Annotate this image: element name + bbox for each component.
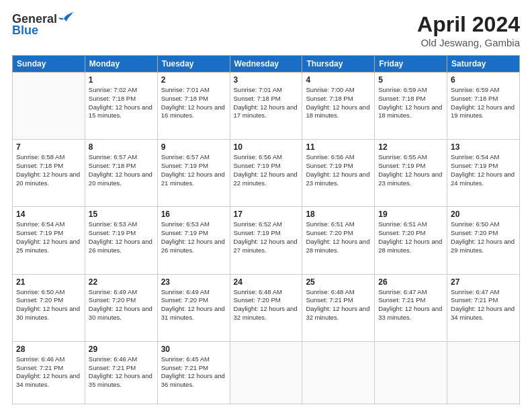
calendar-day-cell: 20Sunrise: 6:50 AMSunset: 7:20 PMDayligh… (447, 207, 520, 274)
calendar-header-row: Sunday Monday Tuesday Wednesday Thursday… (13, 56, 520, 73)
day-info: Sunrise: 6:50 AMSunset: 7:20 PMDaylight:… (451, 220, 516, 255)
day-info: Sunrise: 6:46 AMSunset: 7:21 PMDaylight:… (89, 355, 154, 390)
day-number: 4 (306, 75, 371, 85)
day-info: Sunrise: 6:45 AMSunset: 7:21 PMDaylight:… (161, 355, 226, 390)
day-number: 23 (161, 277, 226, 287)
day-number: 25 (306, 277, 371, 287)
header: General Blue April 2024 Old Jeswang, Gam… (12, 12, 520, 48)
day-info: Sunrise: 6:48 AMSunset: 7:20 PMDaylight:… (234, 288, 299, 322)
day-info: Sunrise: 7:01 AMSunset: 7:18 PMDaylight:… (234, 86, 299, 120)
col-thursday: Thursday (302, 56, 375, 73)
day-number: 17 (234, 210, 299, 219)
day-info: Sunrise: 6:54 AMSunset: 7:19 PMDaylight:… (16, 220, 81, 255)
day-info: Sunrise: 6:47 AMSunset: 7:21 PMDaylight:… (451, 288, 516, 322)
calendar-day-cell: 19Sunrise: 6:51 AMSunset: 7:20 PMDayligh… (375, 207, 447, 274)
calendar-day-cell: 6Sunrise: 6:59 AMSunset: 7:18 PMDaylight… (447, 73, 520, 140)
logo-blue-text: Blue (12, 24, 38, 38)
day-number: 20 (451, 210, 516, 219)
calendar-day-cell: 1Sunrise: 7:02 AMSunset: 7:18 PMDaylight… (85, 73, 157, 140)
day-number: 21 (16, 277, 81, 287)
calendar-day-cell: 13Sunrise: 6:54 AMSunset: 7:19 PMDayligh… (447, 140, 520, 207)
calendar-day-cell: 14Sunrise: 6:54 AMSunset: 7:19 PMDayligh… (13, 207, 85, 274)
day-number: 24 (234, 277, 299, 287)
day-number: 8 (89, 142, 154, 152)
calendar-day-cell: 25Sunrise: 6:48 AMSunset: 7:21 PMDayligh… (302, 274, 375, 341)
calendar-day-cell: 10Sunrise: 6:56 AMSunset: 7:19 PMDayligh… (230, 140, 302, 207)
day-info: Sunrise: 6:57 AMSunset: 7:18 PMDaylight:… (89, 153, 154, 187)
day-number: 13 (451, 142, 516, 152)
day-info: Sunrise: 7:01 AMSunset: 7:18 PMDaylight:… (161, 86, 226, 120)
calendar-day-cell: 22Sunrise: 6:49 AMSunset: 7:20 PMDayligh… (85, 274, 157, 341)
day-number: 27 (451, 277, 516, 287)
calendar-day-cell: 5Sunrise: 6:59 AMSunset: 7:18 PMDaylight… (375, 73, 447, 140)
day-number: 7 (16, 142, 81, 152)
day-info: Sunrise: 6:49 AMSunset: 7:20 PMDaylight:… (89, 288, 154, 322)
page: General Blue April 2024 Old Jeswang, Gam… (0, 0, 532, 411)
day-info: Sunrise: 6:50 AMSunset: 7:20 PMDaylight:… (16, 288, 81, 322)
calendar-day-cell: 27Sunrise: 6:47 AMSunset: 7:21 PMDayligh… (447, 274, 520, 341)
day-number: 14 (16, 210, 81, 219)
day-info: Sunrise: 6:56 AMSunset: 7:19 PMDaylight:… (306, 153, 371, 187)
calendar-week-row: 1Sunrise: 7:02 AMSunset: 7:18 PMDaylight… (13, 73, 520, 140)
day-number: 29 (89, 345, 154, 354)
calendar-day-cell: 9Sunrise: 6:57 AMSunset: 7:19 PMDaylight… (157, 140, 230, 207)
calendar-day-cell: 24Sunrise: 6:48 AMSunset: 7:20 PMDayligh… (230, 274, 302, 341)
calendar-day-cell: 12Sunrise: 6:55 AMSunset: 7:19 PMDayligh… (375, 140, 447, 207)
day-number: 19 (378, 210, 443, 219)
col-wednesday: Wednesday (230, 56, 302, 73)
day-number: 12 (378, 142, 443, 152)
day-info: Sunrise: 6:46 AMSunset: 7:21 PMDaylight:… (16, 355, 81, 390)
col-monday: Monday (85, 56, 157, 73)
day-info: Sunrise: 6:49 AMSunset: 7:20 PMDaylight:… (161, 288, 226, 322)
calendar-day-cell: 16Sunrise: 6:53 AMSunset: 7:19 PMDayligh… (157, 207, 230, 274)
day-number: 10 (234, 142, 299, 152)
col-tuesday: Tuesday (157, 56, 230, 73)
calendar-day-cell: 23Sunrise: 6:49 AMSunset: 7:20 PMDayligh… (157, 274, 230, 341)
day-number: 3 (234, 75, 299, 85)
calendar-table: Sunday Monday Tuesday Wednesday Thursday… (12, 55, 520, 404)
calendar-day-cell (230, 341, 302, 404)
calendar-day-cell: 4Sunrise: 7:00 AMSunset: 7:18 PMDaylight… (302, 73, 375, 140)
calendar-day-cell: 18Sunrise: 6:51 AMSunset: 7:20 PMDayligh… (302, 207, 375, 274)
day-number: 16 (161, 210, 226, 219)
calendar-week-row: 14Sunrise: 6:54 AMSunset: 7:19 PMDayligh… (13, 207, 520, 274)
day-number: 15 (89, 210, 154, 219)
calendar-day-cell: 28Sunrise: 6:46 AMSunset: 7:21 PMDayligh… (13, 341, 85, 404)
day-info: Sunrise: 6:59 AMSunset: 7:18 PMDaylight:… (378, 86, 443, 120)
day-info: Sunrise: 6:56 AMSunset: 7:19 PMDaylight:… (234, 153, 299, 187)
day-number: 6 (451, 75, 516, 85)
day-info: Sunrise: 6:58 AMSunset: 7:18 PMDaylight:… (16, 153, 81, 187)
calendar-day-cell: 17Sunrise: 6:52 AMSunset: 7:19 PMDayligh… (230, 207, 302, 274)
day-number: 22 (89, 277, 154, 287)
day-info: Sunrise: 6:53 AMSunset: 7:19 PMDaylight:… (161, 220, 226, 255)
col-sunday: Sunday (13, 56, 85, 73)
day-info: Sunrise: 6:55 AMSunset: 7:19 PMDaylight:… (378, 153, 443, 187)
title-block: April 2024 Old Jeswang, Gambia (417, 12, 520, 48)
day-number: 5 (378, 75, 443, 85)
calendar-day-cell (302, 341, 375, 404)
calendar-day-cell: 11Sunrise: 6:56 AMSunset: 7:19 PMDayligh… (302, 140, 375, 207)
day-info: Sunrise: 6:47 AMSunset: 7:21 PMDaylight:… (378, 288, 443, 322)
calendar-day-cell: 7Sunrise: 6:58 AMSunset: 7:18 PMDaylight… (13, 140, 85, 207)
day-number: 9 (161, 142, 226, 152)
calendar-week-row: 7Sunrise: 6:58 AMSunset: 7:18 PMDaylight… (13, 140, 520, 207)
col-saturday: Saturday (447, 56, 520, 73)
day-number: 2 (161, 75, 226, 85)
day-number: 28 (16, 345, 81, 354)
calendar-day-cell: 2Sunrise: 7:01 AMSunset: 7:18 PMDaylight… (157, 73, 230, 140)
calendar-day-cell (375, 341, 447, 404)
day-info: Sunrise: 6:57 AMSunset: 7:19 PMDaylight:… (161, 153, 226, 187)
calendar-week-row: 28Sunrise: 6:46 AMSunset: 7:21 PMDayligh… (13, 341, 520, 404)
day-number: 18 (306, 210, 371, 219)
calendar-day-cell (447, 341, 520, 404)
day-info: Sunrise: 6:54 AMSunset: 7:19 PMDaylight:… (451, 153, 516, 187)
day-number: 1 (89, 75, 154, 85)
logo: General Blue (12, 12, 73, 38)
day-number: 26 (378, 277, 443, 287)
day-info: Sunrise: 6:51 AMSunset: 7:20 PMDaylight:… (306, 220, 371, 255)
day-info: Sunrise: 6:51 AMSunset: 7:20 PMDaylight:… (378, 220, 443, 255)
calendar-day-cell: 8Sunrise: 6:57 AMSunset: 7:18 PMDaylight… (85, 140, 157, 207)
calendar-title: April 2024 (417, 12, 520, 37)
calendar-day-cell: 26Sunrise: 6:47 AMSunset: 7:21 PMDayligh… (375, 274, 447, 341)
calendar-week-row: 21Sunrise: 6:50 AMSunset: 7:20 PMDayligh… (13, 274, 520, 341)
